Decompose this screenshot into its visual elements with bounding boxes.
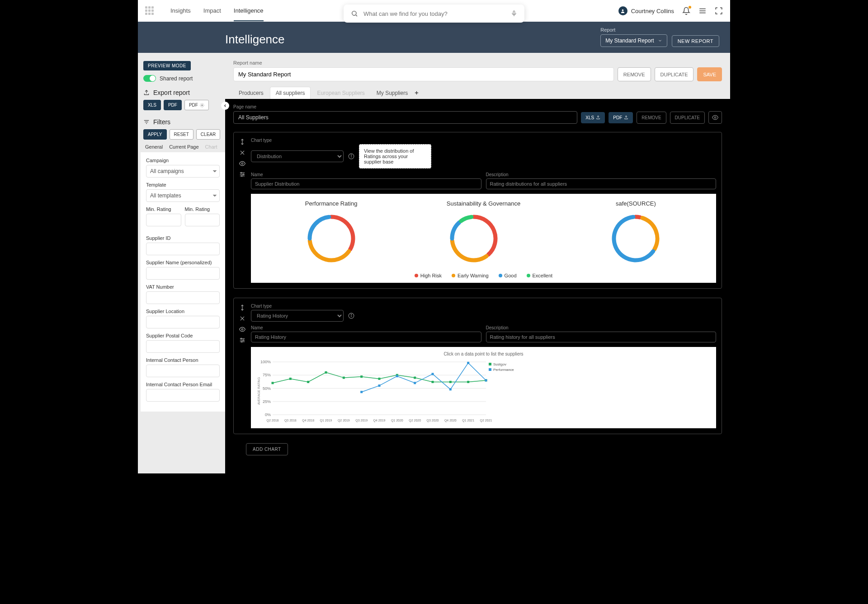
vat-input[interactable] — [146, 291, 220, 304]
distribution-legend: High Risk Early Warning Good Excellent — [260, 273, 707, 278]
add-chart-button[interactable]: ADD CHART — [246, 443, 288, 455]
supplier-name-input[interactable] — [146, 267, 220, 280]
tab-producers[interactable]: Producers — [233, 87, 269, 99]
top-nav: Insights Impact Intelligence Courtney Co… — [138, 0, 730, 22]
eye-icon[interactable] — [239, 160, 245, 167]
postal-input[interactable] — [146, 340, 220, 353]
page-remove-button[interactable]: REMOVE — [637, 112, 666, 124]
settings-icon[interactable] — [239, 337, 245, 343]
move-icon[interactable] — [239, 304, 245, 311]
reset-button[interactable]: RESET — [170, 129, 193, 140]
tab-all-suppliers[interactable]: All suppliers — [270, 87, 311, 99]
global-search[interactable] — [344, 5, 524, 23]
chart1-desc-input[interactable] — [486, 178, 717, 189]
fullscreen-icon[interactable] — [715, 7, 723, 15]
duplicate-button[interactable]: DUPLICATE — [655, 67, 694, 81]
svg-point-4 — [622, 9, 624, 11]
page-tabs: Producers All suppliers European Supplie… — [225, 87, 730, 99]
contact-input[interactable] — [146, 365, 220, 377]
donut1-title: Performance Rating — [304, 200, 359, 207]
min-rating-1-label: Min. Rating — [146, 206, 181, 212]
chart2-type-select[interactable]: Rating History — [251, 310, 344, 322]
filter-panel: Campaign All campaigns Template All temp… — [141, 152, 225, 412]
export-pdf-settings-button[interactable]: PDF — [184, 100, 209, 110]
search-input[interactable] — [363, 10, 505, 17]
export-icon — [596, 115, 600, 120]
menu-icon[interactable] — [698, 7, 707, 15]
report-name-input[interactable] — [233, 67, 614, 81]
donut-safesource — [609, 211, 663, 266]
apply-button[interactable]: APPLY — [143, 129, 167, 140]
donut-sustainability — [447, 211, 501, 266]
move-icon[interactable] — [239, 139, 245, 145]
location-input[interactable] — [146, 316, 220, 328]
eye-icon[interactable] — [239, 326, 245, 332]
page-pdf-button[interactable]: PDF — [609, 112, 633, 123]
export-xls-button[interactable]: XLS — [143, 100, 161, 110]
chart1-name-input[interactable] — [251, 178, 481, 189]
chart2-name-label: Name — [251, 325, 481, 330]
nav-intelligence[interactable]: Intelligence — [234, 1, 264, 21]
chevron-left-icon — [223, 103, 227, 108]
min-rating-2-label: Min. Rating — [185, 206, 220, 212]
template-select[interactable]: All templates — [146, 189, 220, 202]
shared-toggle[interactable] — [143, 75, 156, 82]
app-logo[interactable] — [145, 6, 154, 15]
svg-text:Q4 2019: Q4 2019 — [373, 419, 386, 422]
chart2-name-input[interactable] — [251, 332, 481, 342]
min-rating-1-input[interactable] — [146, 214, 181, 226]
chart1-type-label: Chart type — [251, 138, 716, 143]
export-icon — [624, 115, 628, 120]
page-duplicate-button[interactable]: DUPLICATE — [670, 112, 705, 124]
notifications-icon[interactable] — [682, 7, 690, 15]
chart2-desc-input[interactable] — [486, 332, 717, 342]
close-icon[interactable] — [239, 150, 245, 156]
filter-icon — [143, 119, 150, 125]
preview-mode-button[interactable]: PREVIEW MODE — [143, 61, 191, 70]
svg-point-0 — [352, 11, 356, 15]
tab-european[interactable]: European Suppliers — [311, 87, 370, 99]
add-tab-button[interactable] — [414, 90, 423, 95]
mic-icon[interactable] — [511, 10, 517, 17]
svg-text:Q2 2018: Q2 2018 — [267, 419, 279, 422]
export-pdf-button[interactable]: PDF — [164, 100, 182, 110]
svg-text:Q4 2020: Q4 2020 — [444, 419, 457, 422]
filter-tab-general[interactable]: General — [145, 144, 163, 150]
svg-point-8 — [202, 104, 203, 106]
campaign-select[interactable]: All campaigns — [146, 165, 220, 178]
svg-point-24 — [241, 175, 242, 176]
svg-point-23 — [243, 174, 244, 175]
min-rating-2-input[interactable] — [185, 214, 220, 226]
filter-tab-current[interactable]: Current Page — [169, 144, 198, 150]
page-name-input[interactable] — [233, 111, 577, 124]
history-chart-hint: Click on a data point to list the suppli… — [255, 351, 712, 356]
page-xls-button[interactable]: XLS — [581, 112, 605, 123]
svg-point-27 — [351, 155, 351, 155]
chart1-type-select[interactable]: Distribution — [251, 150, 344, 162]
remove-button[interactable]: REMOVE — [618, 67, 651, 81]
clear-button[interactable]: CLEAR — [196, 129, 220, 140]
nav-insights[interactable]: Insights — [170, 1, 191, 21]
tab-my-suppliers[interactable]: My Suppliers — [371, 87, 413, 99]
page-visibility-button[interactable] — [708, 111, 722, 124]
settings-icon[interactable] — [239, 171, 245, 178]
location-label: Supplier Location — [146, 309, 220, 314]
svg-rect-2 — [513, 11, 515, 14]
svg-point-14 — [714, 117, 716, 118]
supplier-id-input[interactable] — [146, 243, 220, 255]
contact-email-input[interactable] — [146, 389, 220, 402]
collapse-sidebar-button[interactable] — [221, 102, 229, 110]
vat-label: VAT Number — [146, 284, 220, 290]
close-icon[interactable] — [239, 315, 245, 322]
svg-line-1 — [356, 15, 357, 16]
report-select[interactable]: My Standard Report — [600, 34, 667, 47]
svg-rect-86 — [489, 363, 491, 365]
nav-impact[interactable]: Impact — [203, 1, 221, 21]
info-icon[interactable] — [348, 153, 354, 159]
filter-tab-chart[interactable]: Chart — [205, 144, 217, 150]
user-menu[interactable]: Courtney Collins — [618, 6, 674, 15]
info-icon[interactable] — [348, 313, 354, 319]
new-report-button[interactable]: NEW REPORT — [672, 35, 719, 47]
save-button[interactable]: SAVE — [697, 67, 722, 81]
report-name-label: Report name — [233, 60, 722, 66]
